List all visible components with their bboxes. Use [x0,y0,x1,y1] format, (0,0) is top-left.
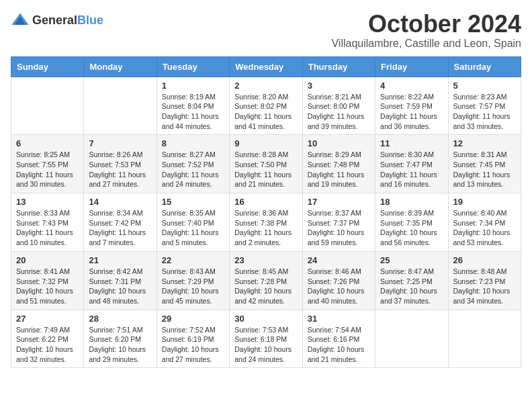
calendar-cell: 17Sunrise: 8:37 AM Sunset: 7:37 PM Dayli… [302,193,375,252]
day-number: 16 [234,197,297,207]
month-title: October 2024 [331,11,521,38]
calendar-cell: 26Sunrise: 8:48 AM Sunset: 7:23 PM Dayli… [448,251,521,310]
day-info: Sunrise: 8:45 AM Sunset: 7:28 PM Dayligh… [234,267,297,306]
calendar-cell: 15Sunrise: 8:35 AM Sunset: 7:40 PM Dayli… [157,193,229,252]
day-info: Sunrise: 8:22 AM Sunset: 7:59 PM Dayligh… [380,92,443,132]
day-header-saturday: Saturday [448,56,521,77]
day-number: 9 [234,138,297,148]
calendar-cell: 8Sunrise: 8:27 AM Sunset: 7:52 PM Daylig… [157,135,229,193]
day-header-monday: Monday [84,56,157,77]
week-row-2: 6Sunrise: 8:25 AM Sunset: 7:55 PM Daylig… [11,135,521,193]
day-info: Sunrise: 8:23 AM Sunset: 7:57 PM Dayligh… [453,92,516,132]
day-info: Sunrise: 8:41 AM Sunset: 7:32 PM Dayligh… [16,267,79,306]
title-section: October 2024 Villaquilambre, Castille an… [331,11,521,50]
day-info: Sunrise: 8:35 AM Sunset: 7:40 PM Dayligh… [162,208,224,248]
day-info: Sunrise: 8:29 AM Sunset: 7:48 PM Dayligh… [308,150,370,189]
day-info: Sunrise: 8:31 AM Sunset: 7:45 PM Dayligh… [453,150,516,189]
logo-icon [11,11,30,30]
day-number: 22 [162,255,224,265]
calendar-cell: 23Sunrise: 8:45 AM Sunset: 7:28 PM Dayli… [230,251,302,310]
calendar-cell: 13Sunrise: 8:33 AM Sunset: 7:43 PM Dayli… [11,193,84,252]
calendar-cell: 27Sunrise: 7:49 AM Sunset: 6:22 PM Dayli… [11,310,84,368]
day-number: 30 [234,314,297,324]
day-number: 25 [380,255,443,265]
week-row-4: 20Sunrise: 8:41 AM Sunset: 7:32 PM Dayli… [11,251,521,310]
day-number: 17 [308,197,370,207]
day-header-tuesday: Tuesday [157,56,229,77]
week-row-1: 1Sunrise: 8:19 AM Sunset: 8:04 PM Daylig… [11,77,521,135]
day-number: 3 [308,81,370,91]
day-info: Sunrise: 8:36 AM Sunset: 7:38 PM Dayligh… [234,208,297,248]
day-header-sunday: Sunday [11,56,84,77]
day-info: Sunrise: 8:25 AM Sunset: 7:55 PM Dayligh… [16,150,79,189]
day-info: Sunrise: 8:46 AM Sunset: 7:26 PM Dayligh… [308,267,370,306]
day-header-wednesday: Wednesday [230,56,302,77]
day-number: 2 [234,81,297,91]
calendar-cell [448,310,521,368]
day-number: 21 [89,255,151,265]
calendar-cell: 28Sunrise: 7:51 AM Sunset: 6:20 PM Dayli… [84,310,157,368]
day-info: Sunrise: 7:51 AM Sunset: 6:20 PM Dayligh… [89,325,151,365]
day-info: Sunrise: 7:53 AM Sunset: 6:18 PM Dayligh… [234,325,297,365]
day-info: Sunrise: 8:43 AM Sunset: 7:29 PM Dayligh… [162,267,224,306]
day-info: Sunrise: 7:52 AM Sunset: 6:19 PM Dayligh… [162,325,224,365]
week-row-3: 13Sunrise: 8:33 AM Sunset: 7:43 PM Dayli… [11,193,521,252]
day-number: 28 [89,314,151,324]
calendar-cell: 20Sunrise: 8:41 AM Sunset: 7:32 PM Dayli… [11,251,84,310]
day-number: 31 [308,314,370,324]
calendar-cell: 12Sunrise: 8:31 AM Sunset: 7:45 PM Dayli… [448,135,521,193]
location-title: Villaquilambre, Castille and Leon, Spain [331,38,521,50]
calendar-cell: 6Sunrise: 8:25 AM Sunset: 7:55 PM Daylig… [11,135,84,193]
day-number: 13 [16,197,79,207]
logo-general-text: General [32,13,77,27]
day-info: Sunrise: 8:21 AM Sunset: 8:00 PM Dayligh… [308,92,370,132]
calendar-cell: 2Sunrise: 8:20 AM Sunset: 8:02 PM Daylig… [230,77,302,135]
day-number: 4 [380,81,443,91]
day-number: 5 [453,81,516,91]
day-info: Sunrise: 8:47 AM Sunset: 7:25 PM Dayligh… [380,267,443,306]
calendar-cell [84,77,157,135]
calendar-cell: 18Sunrise: 8:39 AM Sunset: 7:35 PM Dayli… [375,193,448,252]
day-number: 6 [16,138,79,148]
day-info: Sunrise: 8:26 AM Sunset: 7:53 PM Dayligh… [89,150,151,189]
day-info: Sunrise: 8:33 AM Sunset: 7:43 PM Dayligh… [16,208,79,248]
calendar-cell: 30Sunrise: 7:53 AM Sunset: 6:18 PM Dayli… [230,310,302,368]
day-number: 7 [89,138,151,148]
calendar-cell: 31Sunrise: 7:54 AM Sunset: 6:16 PM Dayli… [302,310,375,368]
day-number: 14 [89,197,151,207]
day-info: Sunrise: 8:20 AM Sunset: 8:02 PM Dayligh… [234,92,297,132]
day-info: Sunrise: 8:48 AM Sunset: 7:23 PM Dayligh… [453,267,516,306]
calendar-cell: 21Sunrise: 8:42 AM Sunset: 7:31 PM Dayli… [84,251,157,310]
day-number: 26 [453,255,516,265]
day-number: 8 [162,138,224,148]
calendar-table: SundayMondayTuesdayWednesdayThursdayFrid… [11,56,521,369]
day-number: 12 [453,138,516,148]
day-info: Sunrise: 8:40 AM Sunset: 7:34 PM Dayligh… [453,208,516,248]
calendar-cell: 29Sunrise: 7:52 AM Sunset: 6:19 PM Dayli… [157,310,229,368]
day-info: Sunrise: 8:39 AM Sunset: 7:35 PM Dayligh… [380,208,443,248]
day-number: 23 [234,255,297,265]
calendar-cell [375,310,448,368]
day-header-thursday: Thursday [302,56,375,77]
day-number: 27 [16,314,79,324]
calendar-cell [11,77,84,135]
week-row-5: 27Sunrise: 7:49 AM Sunset: 6:22 PM Dayli… [11,310,521,368]
calendar-cell: 10Sunrise: 8:29 AM Sunset: 7:48 PM Dayli… [302,135,375,193]
day-number: 29 [162,314,224,324]
day-number: 11 [380,138,443,148]
day-info: Sunrise: 8:28 AM Sunset: 7:50 PM Dayligh… [234,150,297,189]
calendar-cell: 1Sunrise: 8:19 AM Sunset: 8:04 PM Daylig… [157,77,229,135]
day-number: 18 [380,197,443,207]
calendar-cell: 19Sunrise: 8:40 AM Sunset: 7:34 PM Dayli… [448,193,521,252]
logo-blue-text: Blue [77,13,103,27]
calendar-cell: 22Sunrise: 8:43 AM Sunset: 7:29 PM Dayli… [157,251,229,310]
day-info: Sunrise: 8:30 AM Sunset: 7:47 PM Dayligh… [380,150,443,189]
calendar-cell: 25Sunrise: 8:47 AM Sunset: 7:25 PM Dayli… [375,251,448,310]
day-info: Sunrise: 8:42 AM Sunset: 7:31 PM Dayligh… [89,267,151,306]
calendar-cell: 3Sunrise: 8:21 AM Sunset: 8:00 PM Daylig… [302,77,375,135]
day-number: 20 [16,255,79,265]
calendar-cell: 5Sunrise: 8:23 AM Sunset: 7:57 PM Daylig… [448,77,521,135]
day-number: 1 [162,81,224,91]
day-number: 19 [453,197,516,207]
day-info: Sunrise: 8:37 AM Sunset: 7:37 PM Dayligh… [308,208,370,248]
